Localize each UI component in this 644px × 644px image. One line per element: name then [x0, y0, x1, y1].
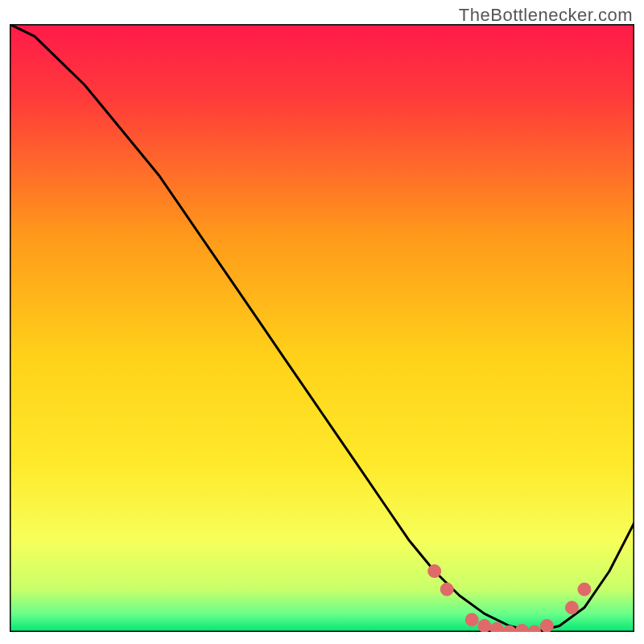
data-point	[565, 601, 578, 614]
plot-area	[10, 24, 634, 632]
chart-stage: TheBottlenecker.com	[0, 0, 644, 644]
chart-svg	[10, 24, 634, 632]
data-point	[465, 613, 478, 626]
data-point	[540, 620, 553, 633]
data-point	[578, 583, 591, 596]
watermark-text: TheBottlenecker.com	[459, 5, 633, 26]
gradient-background	[10, 24, 634, 632]
data-point	[490, 622, 503, 632]
data-point	[428, 565, 441, 578]
data-point	[478, 620, 491, 633]
data-point	[440, 583, 453, 596]
